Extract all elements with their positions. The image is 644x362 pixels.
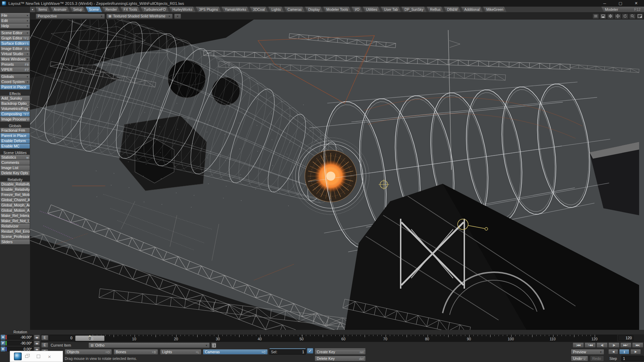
sidebar-item-compositing[interactable]: Compositing^F7 xyxy=(0,111,30,116)
sidebar-item-enable-deform[interactable]: Enable Deform xyxy=(0,138,30,143)
edit-mode-objects[interactable]: Objects+O xyxy=(65,349,112,355)
sidebar-item-sliders[interactable]: Sliders xyxy=(0,239,30,244)
frame-slider[interactable]: 0 xyxy=(75,335,105,341)
sidebar-item-coord-system[interactable]: Coord System▼ xyxy=(0,79,30,84)
sidebar-item-presets[interactable]: PresetsF8 xyxy=(0,62,30,67)
redo-button[interactable]: Redo xyxy=(590,356,604,361)
sidebar-item-virtual-studio[interactable]: Virtual Studio▼ xyxy=(0,51,30,56)
center-item-icon[interactable] xyxy=(607,14,614,19)
sidebar-item-globals[interactable]: Globals▼ xyxy=(0,74,30,79)
current-item-dropdown[interactable]: ▤ Ortho ▼ xyxy=(88,342,210,348)
sidebar-item-global-channl-a[interactable]: Global_Channl_A_ xyxy=(0,197,30,202)
prev-key-button[interactable]: +◀◀ xyxy=(585,342,596,348)
axis-p-badge[interactable]: P xyxy=(1,341,5,346)
menu-tab-3ps-plugins[interactable]: 3PS Plugins xyxy=(196,7,221,12)
sidebar-item-comments[interactable]: Comments xyxy=(0,160,30,165)
menu-tab-utilities[interactable]: Utilities xyxy=(363,7,380,12)
sidebar-item-global-morph-ac[interactable]: Global_Morph_Ac. xyxy=(0,203,30,208)
sidebar-item-enable-relativity[interactable]: Enable_Relativity xyxy=(0,187,30,192)
axis-h-badge[interactable]: H xyxy=(1,335,5,340)
sidebar-item-parent-in-place[interactable]: Parent in Place xyxy=(0,133,30,138)
sidebar-item-backdrop-optio[interactable]: Backdrop Optio_▼ xyxy=(0,101,30,106)
chevron-down-icon[interactable]: ▼ xyxy=(30,7,35,12)
menu-tab-3dcoat[interactable]: 3DCoat xyxy=(250,7,268,12)
create-key-button[interactable]: Create Key ret xyxy=(315,349,366,355)
stepper-icon[interactable]: ◀▶ xyxy=(34,335,40,340)
menu-tab-db-w[interactable]: DB&W xyxy=(444,7,461,12)
go-last-frame-button[interactable]: ▶▶| xyxy=(632,342,643,348)
save-layout-icon[interactable] xyxy=(600,14,606,19)
envelope-button[interactable]: E xyxy=(41,342,48,348)
envelope-button[interactable]: E xyxy=(41,335,48,340)
item-list-icon[interactable] xyxy=(211,342,216,348)
sidebar-item-help[interactable]: Help▼ xyxy=(0,23,30,28)
rotate-view-icon[interactable] xyxy=(622,14,628,19)
edit-mode-lights[interactable]: Lights+L xyxy=(160,349,201,355)
play-forward-button[interactable]: ▶ xyxy=(630,349,641,354)
start-frame-field[interactable]: 0 xyxy=(49,335,74,341)
modeler-button[interactable]: Modeler F12 xyxy=(601,7,644,12)
menu-tab-rebus[interactable]: ReBus xyxy=(427,7,444,12)
go-first-frame-button[interactable]: |◀◀ xyxy=(573,342,584,348)
menu-tab-display[interactable]: Display xyxy=(305,7,323,12)
maximize-icon[interactable]: ▢ xyxy=(613,0,628,7)
delete-key-button[interactable]: Delete Key del xyxy=(315,356,366,361)
sidebar-item-freeze-rel-motion[interactable]: Freeze_Rel_Motion xyxy=(0,192,30,197)
prev-frame-button[interactable]: ◀|| xyxy=(596,342,608,348)
step-field[interactable]: 1 xyxy=(621,356,644,361)
menu-tab-items[interactable]: Items xyxy=(35,7,50,12)
play-reverse-button[interactable]: ◀ xyxy=(608,349,618,354)
sidebar-item-volumetrics-fog[interactable]: Volumetrics/Fog▼ xyxy=(0,106,30,111)
menu-tab-lights[interactable]: Lights xyxy=(269,7,284,12)
maximize-icon[interactable] xyxy=(37,355,40,358)
sidebar-item-parent-in-place[interactable]: Parent in Place xyxy=(0,85,30,89)
close-icon[interactable]: ✕ xyxy=(628,0,644,7)
next-key-button[interactable]: ▶▶+ xyxy=(620,342,631,348)
menu-tab-modeler-tools[interactable]: Modeler Tools xyxy=(323,7,351,12)
menu-tab-render[interactable]: Render xyxy=(102,7,120,12)
sidebar-item-scene-professors[interactable]: Scene_Professors xyxy=(0,234,30,239)
sidebar-item-disable-relativity[interactable]: Disable_Relativity xyxy=(0,182,30,187)
menu-tab-setup[interactable]: Setup xyxy=(70,7,85,12)
pause-button[interactable]: || xyxy=(619,349,629,354)
sidebar-item-image-process[interactable]: Image Process^F8 xyxy=(0,117,30,122)
timeline-track[interactable]: 0 0102030405060708090100110120 xyxy=(74,335,617,342)
stepper-icon[interactable]: ◀▶ xyxy=(34,341,40,346)
close-icon[interactable]: × xyxy=(48,354,51,359)
menu-tab-additional[interactable]: Additional xyxy=(461,7,483,12)
next-frame-button[interactable]: ||▶ xyxy=(608,342,620,348)
sidebar-item-graph-editor[interactable]: Graph Editor^F2 xyxy=(0,36,30,41)
viewport-resize-icon[interactable] xyxy=(637,14,643,19)
edit-mode-bones[interactable]: Bones+B xyxy=(114,349,158,355)
end-frame-field[interactable]: 120 xyxy=(618,335,634,341)
preview-dropdown[interactable]: Preview ▼ xyxy=(571,349,604,355)
minimize-icon[interactable]: ─ xyxy=(597,0,613,7)
menu-tab-animate[interactable]: Animate xyxy=(50,7,70,12)
sidebar-item-more-windows[interactable]: More Windows▼ xyxy=(0,57,30,61)
restore-window-icon[interactable] xyxy=(25,355,28,358)
sidebar-item-viper[interactable]: VIPERF7 xyxy=(0,67,30,72)
viewport-3d-scene[interactable] xyxy=(30,20,644,330)
shading-mode-dropdown[interactable]: ▦ Textured Shaded Solid Wireframe ▼ xyxy=(106,14,173,19)
pan-view-icon[interactable] xyxy=(615,14,621,19)
sidebar-item-image-editor[interactable]: Image EditorF6 xyxy=(0,46,30,51)
sidebar-item-enable-mc[interactable]: Enable MC xyxy=(0,144,30,149)
sidebar-item-statistics[interactable]: Statisticsw xyxy=(0,155,30,160)
menu-tab-turbulencefd[interactable]: TurbulenceFD xyxy=(141,7,169,12)
sidebar-item-scene-editor[interactable]: Scene Editor▼ xyxy=(0,30,30,35)
sidebar-item-global-motion-a[interactable]: Global_Motion_A_ xyxy=(0,208,30,213)
sidebar-item-relativizer[interactable]: Relativizer xyxy=(0,224,30,229)
sidebar-item-surface-editor[interactable]: Surface EditorF5 xyxy=(0,41,30,46)
sidebar-item-fractional-frm[interactable]: Fractional Frm xyxy=(0,128,30,133)
viewport-options-dropdown[interactable]: ▼ xyxy=(174,14,181,19)
menu-tab-yamatoworks[interactable]: YamatoWorks xyxy=(222,7,250,12)
view-mode-dropdown[interactable]: Perspective ▼ xyxy=(36,14,105,19)
sidebar-item-make-rel-not-i[interactable]: Make_Rel_Not_I_ xyxy=(0,218,30,223)
sidebar-item-restart-rel-errors[interactable]: Restart_Rel_Errors xyxy=(0,229,30,234)
menu-tab-mikegreen[interactable]: MikeGreen xyxy=(483,7,507,12)
menu-tab-user-tab[interactable]: User Tab xyxy=(381,7,401,12)
zoom-view-icon[interactable] xyxy=(629,14,636,19)
rotation-p-value[interactable]: -90.00° xyxy=(7,341,33,346)
menu-tab-cameras[interactable]: Cameras xyxy=(284,7,305,12)
menu-tab-i-o[interactable]: I/O xyxy=(352,7,363,12)
